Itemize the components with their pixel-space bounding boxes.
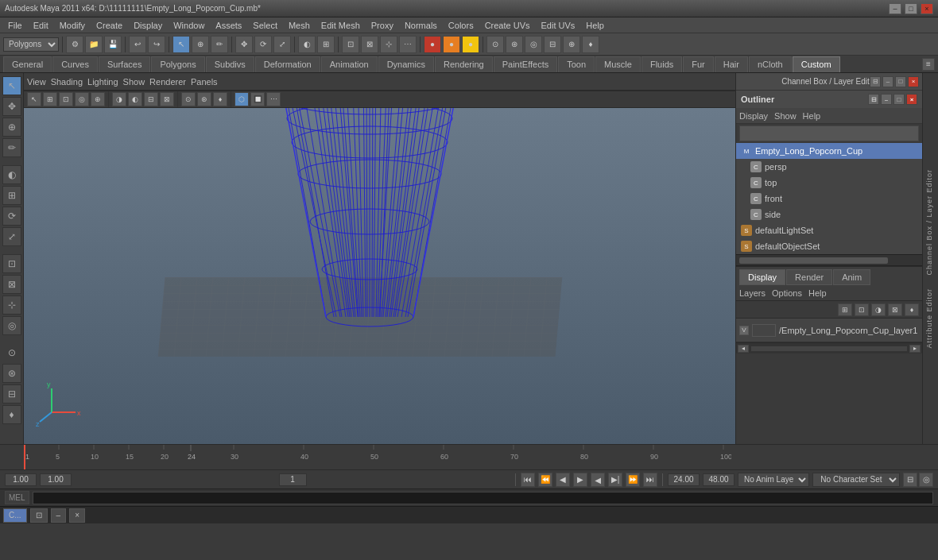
layer-color-swatch[interactable]: [752, 324, 776, 337]
ol-item-objectset[interactable]: S defaultObjectSet: [736, 238, 922, 254]
pb-play-rev[interactable]: ▶: [591, 473, 605, 487]
anim-layer-select[interactable]: No Anim Layer: [738, 473, 809, 487]
ol-menu-help[interactable]: Help: [803, 111, 821, 121]
cb-float-btn[interactable]: ⊟: [870, 76, 881, 87]
pb-icon-1[interactable]: ⊟: [903, 473, 917, 487]
pb-next-key[interactable]: ⏩: [626, 473, 640, 487]
left-tool-15[interactable]: ⊟: [2, 384, 21, 404]
vp-icon-3[interactable]: ⊡: [59, 92, 73, 106]
menu-mesh[interactable]: Mesh: [284, 19, 315, 32]
menu-proxy[interactable]: Proxy: [366, 19, 398, 32]
menu-window[interactable]: Window: [169, 19, 209, 32]
layer-visibility-check[interactable]: V: [739, 326, 749, 335]
side-label-cb[interactable]: Channel Box / Layer Editor: [924, 163, 935, 282]
task-btn-1[interactable]: C...: [3, 508, 27, 523]
vp-icon-5[interactable]: ⊕: [91, 92, 105, 106]
tool-lasso[interactable]: ⊕: [192, 36, 209, 53]
vp-icon-2[interactable]: ⊞: [43, 92, 57, 106]
mel-input[interactable]: [33, 492, 933, 504]
left-tool-7[interactable]: ⟳: [2, 207, 21, 226]
tool-misc5[interactable]: ⊕: [563, 36, 580, 53]
tool-snap3[interactable]: ⊹: [380, 36, 397, 53]
tab-general[interactable]: General: [3, 56, 52, 72]
layer-icon-5[interactable]: ♦: [905, 303, 919, 316]
menu-help[interactable]: Help: [581, 19, 609, 32]
left-tool-6[interactable]: ⊞: [2, 186, 21, 205]
tab-animation[interactable]: Animation: [321, 56, 378, 72]
tab-fur[interactable]: Fur: [683, 56, 714, 72]
tab-ncloth[interactable]: nCloth: [749, 56, 792, 72]
layer-icon-1[interactable]: ⊞: [838, 303, 852, 316]
side-label-attr[interactable]: Attribute Editor: [924, 282, 935, 355]
left-tool-11[interactable]: ⊹: [2, 295, 21, 315]
left-tool-16[interactable]: ♦: [2, 405, 21, 424]
tool-snap2[interactable]: ⊠: [361, 36, 378, 53]
tool-rotate[interactable]: ⟳: [254, 36, 272, 53]
minimize-btn[interactable]: –: [889, 3, 901, 14]
outliner-search[interactable]: [739, 126, 919, 141]
layer-icon-3[interactable]: ◑: [871, 303, 886, 316]
ol-item-lightset[interactable]: S defaultLightSet: [736, 222, 922, 238]
tool-misc1[interactable]: ⊙: [486, 36, 504, 53]
mode-select[interactable]: Polygons Animation Rendering Dynamics: [3, 37, 59, 52]
tool-btn-redo[interactable]: ↪: [148, 36, 165, 53]
vp-icon-14[interactable]: 🔲: [250, 92, 265, 106]
timeline[interactable]: 1 5 10 15 20 24 30 40 50 60 70 80 90: [0, 444, 938, 469]
cb-max-btn[interactable]: □: [895, 76, 906, 87]
ol-menu-show[interactable]: Show: [774, 111, 797, 121]
tab-rendering[interactable]: Rendering: [435, 56, 493, 72]
vp-menu-lighting[interactable]: Lighting: [87, 77, 118, 87]
right-panel-hscrollbar[interactable]: ◂ ▸: [736, 342, 922, 353]
tool-render1[interactable]: ●: [424, 36, 441, 53]
tab-surfaces[interactable]: Surfaces: [99, 56, 150, 72]
playback-start2-field[interactable]: [40, 473, 72, 486]
layer-opt-help[interactable]: Help: [808, 288, 827, 298]
outliner-scrollbar[interactable]: [736, 254, 922, 265]
left-tool-move[interactable]: ✥: [2, 97, 21, 116]
tool-paint[interactable]: ✏: [211, 36, 228, 53]
menu-assets[interactable]: Assets: [211, 19, 246, 32]
left-tool-5[interactable]: ◐: [2, 165, 21, 184]
layer-icon-4[interactable]: ⊠: [888, 303, 902, 316]
menu-create-uvs[interactable]: Create UVs: [480, 19, 535, 32]
vp-menu-show[interactable]: Show: [123, 77, 145, 87]
pb-icon-2[interactable]: ◎: [919, 473, 933, 487]
left-tool-paint[interactable]: ✏: [2, 138, 21, 157]
tab-deformation[interactable]: Deformation: [255, 56, 320, 72]
shelf-settings[interactable]: ≡: [922, 58, 935, 71]
left-tool-8[interactable]: ⤢: [2, 227, 21, 246]
ol-float[interactable]: ⊟: [868, 94, 879, 105]
tab-curves[interactable]: Curves: [52, 56, 98, 72]
menu-edit-mesh[interactable]: Edit Mesh: [316, 19, 365, 32]
menu-file[interactable]: File: [3, 19, 27, 32]
tool-render2[interactable]: ●: [443, 36, 460, 53]
playback-end-field[interactable]: [668, 473, 700, 486]
layer-tab-anim[interactable]: Anim: [833, 269, 870, 285]
tool-misc2[interactable]: ⊛: [506, 36, 523, 53]
tab-dynamics[interactable]: Dynamics: [378, 56, 434, 72]
pb-next-frame[interactable]: ▶|: [608, 473, 622, 487]
left-tool-14[interactable]: ⊛: [2, 364, 21, 383]
pb-go-end[interactable]: ⏭: [643, 473, 657, 487]
tool-soft[interactable]: ◐: [298, 36, 316, 53]
tool-snap4[interactable]: ⋯: [399, 36, 417, 53]
tool-history[interactable]: ⊞: [317, 36, 335, 53]
ol-item-front[interactable]: C front: [746, 191, 922, 207]
tool-move[interactable]: ✥: [235, 36, 253, 53]
menu-select[interactable]: Select: [248, 19, 282, 32]
char-set-select[interactable]: No Character Set: [812, 473, 900, 487]
tool-misc4[interactable]: ⊟: [544, 36, 561, 53]
menu-modify[interactable]: Modify: [55, 19, 90, 32]
menu-normals[interactable]: Normals: [400, 19, 442, 32]
pb-go-start[interactable]: ⏮: [521, 473, 535, 487]
tab-polygons[interactable]: Polygons: [151, 56, 204, 72]
vp-icon-6[interactable]: ◑: [112, 92, 126, 106]
tool-misc6[interactable]: ♦: [582, 36, 599, 53]
tab-toon[interactable]: Toon: [558, 56, 595, 72]
ol-menu-display[interactable]: Display: [739, 111, 768, 121]
vp-icon-8[interactable]: ⊟: [144, 92, 158, 106]
task-btn-2[interactable]: ⊡: [30, 508, 48, 523]
tool-scale[interactable]: ⤢: [273, 36, 291, 53]
viewport-3d[interactable]: .wire { fill:none; stroke:#2222cc; strok…: [24, 108, 735, 444]
task-btn-min[interactable]: –: [51, 508, 67, 523]
